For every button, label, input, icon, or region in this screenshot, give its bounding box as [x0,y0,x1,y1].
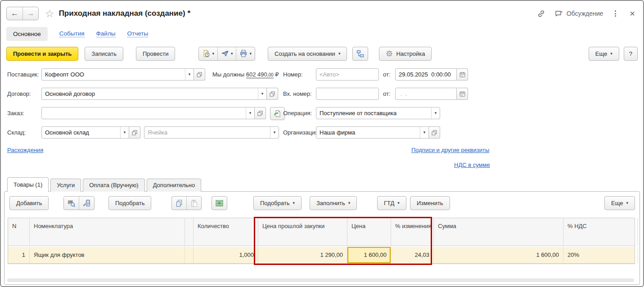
cell-price-selected[interactable]: 1 600,00 [347,247,391,263]
number-input[interactable] [316,69,378,80]
column-header-sum[interactable]: Сумма [434,218,563,246]
order-input[interactable] [42,108,246,119]
column-header-spacer [185,218,194,246]
horizontal-scrollbar[interactable] [7,278,634,282]
table-header-row: N Номенклатура Количество Цена прошлой з… [8,218,635,246]
discrepancies-link[interactable]: Расхождения [7,147,43,159]
contract-input[interactable] [42,88,258,99]
incoming-number-input[interactable] [316,88,378,99]
table-more-button[interactable]: Еще▾ [604,196,635,210]
document-window: ← → ☆ Приходная накладная (создание) * О… [0,0,644,287]
cell-input[interactable] [144,127,270,138]
supplier-open-button[interactable] [194,68,205,81]
goods-panel: Добавить [4,191,640,285]
fill-menu-button[interactable]: Заполнить▾ [310,196,357,210]
number-field [316,68,379,81]
barcode-search-icon[interactable] [64,197,79,210]
screen: ← → ☆ Приходная накладная (создание) * О… [0,0,644,287]
number-label: Номер: [283,68,303,81]
gtd-menu-button[interactable]: ГТД▾ [377,196,406,210]
table-settings-icon-button[interactable] [212,196,227,210]
tab-services[interactable]: Услуги [50,179,81,192]
tab-additional[interactable]: Дополнительно [147,179,202,192]
table-row[interactable]: 1 Ящик для фруктов 1,000 1 290,00 1 600,… [8,247,635,264]
incoming-date-field [395,88,468,100]
order-label: Заказ: [7,107,24,120]
clipboard-tools [171,196,202,210]
column-header-vat[interactable]: % НДС [563,218,638,246]
cell-spacer [185,247,194,263]
warehouse-label: Склад: [7,126,26,139]
copy-rows-icon[interactable] [172,197,186,210]
debt-amount-link[interactable]: 602 490,00 [246,71,274,78]
calendar-icon[interactable] [457,68,468,81]
warehouse-input[interactable] [42,127,120,138]
incoming-number-field [316,88,379,100]
chevron-down-icon[interactable]: ▾ [246,108,254,119]
signatures-link[interactable]: Подписи и другие реквизиты [411,147,489,159]
tab-goods[interactable]: Товары (1) [7,177,49,192]
chevron-down-icon[interactable]: ▾ [258,88,266,99]
incoming-date-input[interactable] [396,88,456,99]
cell-vat[interactable]: 20% [563,247,638,263]
incoming-date-label: от: [383,88,391,100]
paste-rows-icon[interactable] [186,197,201,210]
chevron-down-icon[interactable]: ▾ [270,127,279,138]
cell-field: ▾ [144,126,279,139]
date-label: от: [383,68,391,81]
tab-payment[interactable]: Оплата (Вручную) [83,179,144,192]
operation-label: Операция: [283,107,312,120]
column-header-qty[interactable]: Количество [194,218,258,246]
cell-item[interactable]: Ящик для фруктов [30,247,185,263]
cell-sum[interactable]: 1 600,00 [434,247,563,263]
supplier-input[interactable] [42,69,185,80]
add-row-button[interactable]: Добавить [9,196,49,210]
warehouse-open-button[interactable] [129,126,140,139]
calendar-icon[interactable] [457,88,468,100]
debt-info: Мы должны 602 490,00 ₽ [212,68,279,81]
cell-n[interactable]: 1 [8,247,30,263]
date-input[interactable] [396,69,456,80]
cell-prev-price[interactable]: 1 290,00 [258,247,347,263]
organization-field: ▾ [316,126,440,139]
date-field [395,68,468,81]
column-header-price[interactable]: Цена [347,218,391,246]
column-header-prev-price[interactable]: Цена прошлой закупки [258,218,347,246]
column-header-change-pct[interactable]: % изменения [391,218,434,246]
edit-row-button[interactable]: Изменить [410,196,450,210]
order-open-button[interactable] [255,107,266,119]
organization-open-button[interactable] [429,126,440,139]
pick-menu-button[interactable]: Подобрать▾ [253,196,302,210]
incoming-number-label: Вх. номер: [283,88,312,100]
operation-input[interactable] [316,108,431,119]
contract-field: ▾ [41,88,278,100]
supplier-field: ▾ [41,68,205,81]
organization-label: Организация: [283,126,320,139]
warehouse-field: ▾ [41,126,140,139]
column-header-n[interactable]: N [8,218,30,246]
detail-tabs: Товары (1) Услуги Оплата (Вручную) Допол… [7,177,201,192]
vat-mode-link[interactable]: НДС в сумме [454,161,490,174]
column-header-item[interactable]: Номенклатура [30,218,185,246]
order-field: ▾ [41,107,266,119]
cell-qty[interactable]: 1,000 [194,247,258,263]
chevron-down-icon[interactable]: ▾ [420,127,428,138]
organization-input[interactable] [316,127,420,138]
pick-items-button[interactable]: Подобрать [108,196,151,210]
table-toolbar: Добавить [5,196,639,211]
items-table: N Номенклатура Количество Цена прошлой з… [8,218,635,264]
operation-field: ▾ [316,107,440,119]
chevron-down-icon[interactable]: ▾ [431,108,440,119]
contract-label: Договор: [7,88,31,100]
data-terminal-icon[interactable] [79,197,94,210]
contract-open-button[interactable] [267,88,278,100]
chevron-down-icon[interactable]: ▾ [120,127,129,138]
cell-change-pct[interactable]: 24,03 [391,247,434,263]
supplier-label: Поставщик: [7,68,39,81]
chevron-down-icon[interactable]: ▾ [185,69,194,80]
barcode-tools [63,196,95,210]
